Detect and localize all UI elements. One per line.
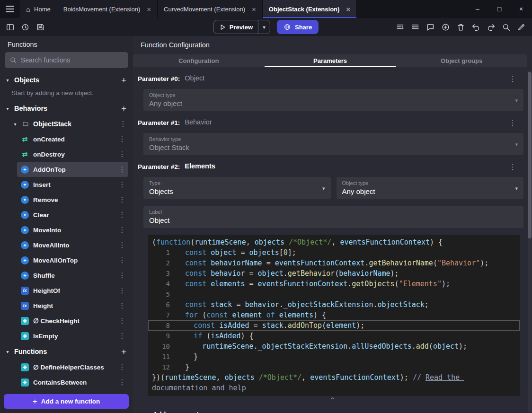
code-editor[interactable]: (function(runtimeScene, objects /*Object…	[148, 235, 520, 396]
scrollbar-thumb[interactable]	[528, 72, 532, 238]
tree-section-objects[interactable]: ▾Objects+	[0, 72, 133, 88]
redo-icon[interactable]	[484, 20, 498, 34]
kebab-menu-icon[interactable]: ⋮	[117, 211, 127, 219]
field-behavior-type[interactable]: Behavior typeObject Stack▾	[143, 133, 523, 155]
panels-icon[interactable]	[3, 20, 17, 34]
parameter-name-input[interactable]: Elements	[184, 162, 505, 172]
tab-close-icon[interactable]: ×	[252, 6, 256, 13]
tab-parameters[interactable]: Parameters	[265, 54, 396, 67]
events-compact-icon[interactable]	[408, 20, 422, 34]
code-line[interactable]: 2 const behaviorName = eventsFunctionCon…	[148, 258, 520, 268]
tree-item-checkheight[interactable]: ✚∅ CheckHeight⋮	[17, 313, 128, 328]
code-line[interactable]: (function(runtimeScene, objects /*Object…	[148, 237, 520, 247]
kebab-menu-icon[interactable]: ⋮	[117, 316, 127, 325]
caret-down-icon[interactable]: ▾	[5, 349, 10, 354]
caret-down-icon[interactable]: ▾	[12, 122, 18, 127]
kebab-menu-icon[interactable]: ⋮	[117, 195, 127, 204]
field-object-type[interactable]: Object typeAny object▾	[337, 177, 524, 199]
tree-item-oncreated[interactable]: ⇄onCreated⋮	[17, 132, 128, 147]
code-line[interactable]: 11 }	[148, 351, 520, 362]
code-line[interactable]: })(runtimeScene, objects /*Object*/, eve…	[148, 372, 520, 393]
preview-dropdown-icon[interactable]: ▾	[258, 20, 270, 34]
maximize-button[interactable]: □	[488, 0, 510, 18]
tree-section-functions[interactable]: ▾Functions+	[0, 343, 133, 360]
tree-section-behaviors[interactable]: ▾Behaviors+	[0, 100, 133, 116]
tree-item-containsbetween[interactable]: ✚ContainsBetween⋮	[17, 375, 128, 390]
parameter-name-input[interactable]: Object	[184, 74, 505, 84]
kebab-menu-icon[interactable]: ⋮	[117, 180, 127, 189]
tree-item-moveinto[interactable]: ✦MoveInto⋮	[17, 222, 128, 237]
tree-item-moveallontop[interactable]: ✦MoveAllOnTop⋮	[17, 253, 128, 268]
undo-icon[interactable]	[469, 20, 483, 34]
field-label[interactable]: LabelObject	[143, 206, 523, 228]
kebab-menu-icon[interactable]: ⋮	[117, 363, 127, 371]
code-line[interactable]: 3 const behavior = object.getBehavior(be…	[148, 268, 520, 279]
edit-theme-icon[interactable]	[514, 20, 528, 34]
close-button[interactable]: ×	[510, 0, 532, 18]
trash-icon[interactable]	[453, 20, 468, 34]
kebab-menu-icon[interactable]: ⋮	[117, 301, 127, 310]
kebab-menu-icon[interactable]: ⋮	[117, 332, 127, 340]
code-line[interactable]: 6 const stack = behavior._objectStackExt…	[148, 299, 520, 310]
add-icon[interactable]: +	[121, 347, 126, 356]
editor-tab[interactable]: BoidsMovement (Extension)×	[57, 0, 158, 18]
code-line[interactable]: 1 const object = objects[0];	[148, 247, 520, 258]
kebab-menu-icon[interactable]: ⋮	[117, 241, 127, 249]
code-line[interactable]: 10 runtimeScene._objectStackExtension.al…	[148, 341, 520, 351]
comment-icon[interactable]	[423, 20, 437, 34]
tab-object-groups[interactable]: Object groups	[396, 54, 527, 67]
tree-item-addontop[interactable]: ✦AddOnTop⋮	[17, 162, 128, 177]
minimize-button[interactable]: –	[467, 0, 488, 18]
tree-item-heightof[interactable]: fxHeightOf⋮	[17, 283, 128, 298]
tab-close-icon[interactable]: ×	[346, 6, 350, 13]
code-line[interactable]: 8 const isAdded = stack.addOnTop(element…	[148, 320, 520, 331]
share-button[interactable]: Share	[277, 20, 319, 34]
tree-item-height[interactable]: fxHeight⋮	[17, 298, 128, 313]
code-line[interactable]: 4 const elements = eventsFunctionContext…	[148, 279, 520, 289]
kebab-menu-icon[interactable]: ⋮	[117, 286, 127, 295]
tree-item-moveallinto[interactable]: ✦MoveAllInto⋮	[17, 237, 128, 253]
tab-close-icon[interactable]: ×	[147, 6, 151, 13]
kebab-menu-icon[interactable]: ⋮	[506, 75, 519, 84]
kebab-menu-icon[interactable]: ⋮	[117, 150, 127, 158]
history-icon[interactable]	[18, 20, 32, 34]
code-line[interactable]: 12 }	[148, 362, 520, 372]
tree-item-ondestroy[interactable]: ⇄onDestroy⋮	[17, 147, 128, 162]
parameter-name-input[interactable]: Behavior	[184, 118, 505, 128]
tree-item-clear[interactable]: ✦Clear⋮	[17, 207, 128, 222]
tree-item-definehelperclasses[interactable]: ✚∅ DefineHelperClasses⋮	[17, 360, 128, 375]
caret-down-icon[interactable]: ▾	[5, 106, 10, 111]
editor-tab[interactable]: ⌂Home	[20, 0, 57, 18]
save-icon[interactable]	[33, 20, 47, 34]
kebab-menu-icon[interactable]: ⋮	[117, 256, 127, 264]
add-function-button[interactable]: + Add a new function	[4, 394, 129, 409]
preview-button[interactable]: Preview ▾	[213, 20, 270, 34]
caret-down-icon[interactable]: ▾	[5, 78, 10, 83]
code-line[interactable]: 9 if (isAdded) {	[148, 331, 520, 341]
tree-item-insert[interactable]: ✦Insert⋮	[17, 177, 128, 192]
collapse-editor-icon[interactable]: ^	[138, 396, 527, 404]
menu-icon[interactable]	[0, 0, 20, 18]
events-list-icon[interactable]	[393, 20, 407, 34]
kebab-menu-icon[interactable]: ⋮	[117, 135, 127, 143]
kebab-menu-icon[interactable]: ⋮	[506, 163, 519, 172]
editor-tab[interactable]: CurvedMovement (Extension)×	[158, 0, 263, 18]
field-type[interactable]: TypeObjects▾	[143, 177, 331, 199]
code-line[interactable]: 5	[148, 289, 520, 299]
editor-tab[interactable]: ObjectStack (Extension)×	[263, 0, 357, 18]
scrollbar[interactable]	[528, 71, 532, 412]
kebab-menu-icon[interactable]: ⋮	[117, 271, 127, 280]
add-circle-icon[interactable]	[438, 20, 452, 34]
search-icon[interactable]	[499, 20, 513, 34]
kebab-menu-icon[interactable]: ⋮	[506, 119, 519, 128]
tree-item-remove[interactable]: ✦Remove⋮	[17, 192, 128, 207]
kebab-menu-icon[interactable]: ⋮	[117, 378, 127, 387]
tree-item-isempty[interactable]: ✚IsEmpty⋮	[17, 328, 128, 343]
kebab-menu-icon[interactable]: ⋮	[118, 120, 128, 128]
kebab-menu-icon[interactable]: ⋮	[117, 226, 127, 234]
search-input[interactable]	[21, 56, 124, 64]
add-parameter-button[interactable]: Add a parameter	[153, 411, 205, 413]
field-object-type[interactable]: Object typeAny object▾	[143, 89, 523, 111]
tree-folder-objectstack[interactable]: ▾ObjectStack⋮	[0, 116, 133, 132]
tree-item-shuffle[interactable]: ✦Shuffle⋮	[17, 268, 128, 283]
